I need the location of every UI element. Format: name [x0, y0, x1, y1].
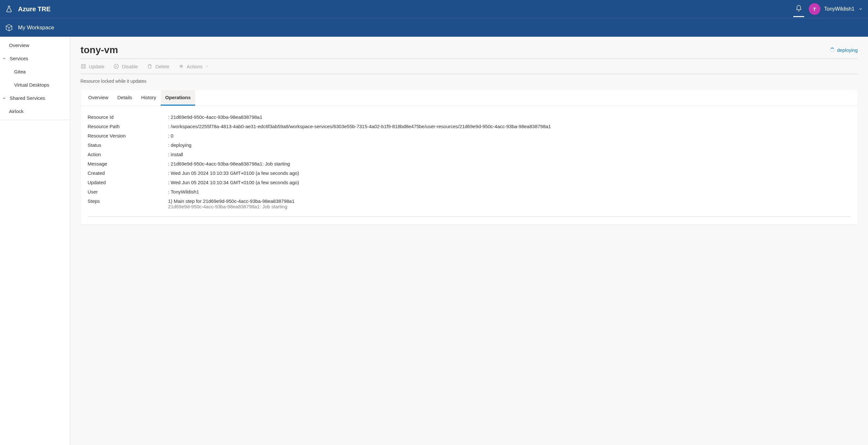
actions-button[interactable]: Actions	[178, 63, 209, 69]
sidebar-services-label: Services	[10, 56, 28, 61]
tab-history[interactable]: History	[136, 90, 161, 106]
header-sub: My Workspace	[0, 18, 868, 37]
product-name: Azure TRE	[18, 5, 51, 13]
tabs: Overview Details History Operations	[81, 90, 858, 106]
value-status: deploying	[168, 142, 192, 148]
asterisk-icon	[178, 63, 184, 69]
value-steps-main: 1) Main step for 21d69e9d-950c-4acc-93ba…	[168, 198, 850, 204]
panel: Overview Details History Operations Reso…	[81, 90, 858, 225]
label-message: Message	[88, 161, 168, 167]
label-status: Status	[88, 142, 168, 148]
row-message: Message 21d69e9d-950c-4acc-93ba-98ea8387…	[88, 159, 850, 169]
update-button[interactable]: Update	[81, 63, 104, 69]
row-status: Status deploying	[88, 140, 850, 150]
tab-overview[interactable]: Overview	[84, 90, 113, 106]
avatar: T	[809, 3, 820, 15]
value-action: install	[168, 152, 183, 157]
operations-divider	[88, 216, 850, 217]
row-updated: Updated Wed Jun 05 2024 10:10:34 GMT+010…	[88, 178, 850, 187]
delete-button[interactable]: Delete	[147, 63, 169, 69]
row-resource-version: Resource Version 0	[88, 131, 850, 140]
save-icon	[81, 63, 86, 69]
row-resource-path: Resource Path /workspaces/2255f78a-4813-…	[88, 122, 850, 131]
sidebar-item-airlock[interactable]: Airlock	[0, 105, 70, 118]
label-resource-path: Resource Path	[88, 124, 168, 129]
value-created: Wed Jun 05 2024 10:10:33 GMT+0100 (a few…	[168, 170, 299, 176]
chevron-down-icon	[858, 7, 863, 11]
sidebar-group-services[interactable]: Services	[0, 52, 70, 65]
value-steps-sub: 21d69e9d-950c-4acc-93ba-98ea838798a1: Jo…	[168, 204, 850, 209]
row-steps: Steps 1) Main step for 21d69e9d-950c-4ac…	[88, 197, 850, 211]
sidebar-group-shared-services[interactable]: Shared Services	[0, 91, 70, 105]
cube-icon	[5, 24, 13, 32]
sidebar-item-overview[interactable]: Overview	[0, 39, 70, 52]
status-chip-text: deploying	[837, 47, 858, 53]
label-resource-version: Resource Version	[88, 133, 168, 139]
actions-label: Actions	[187, 64, 203, 69]
tab-operations[interactable]: Operations	[161, 90, 195, 106]
user-menu[interactable]: T TonyWildish1	[809, 3, 863, 15]
row-created: Created Wed Jun 05 2024 10:10:33 GMT+010…	[88, 169, 850, 178]
header-right: T TonyWildish1	[795, 3, 863, 15]
label-updated: Updated	[88, 180, 168, 185]
value-message: 21d69e9d-950c-4acc-93ba-98ea838798a1: Jo…	[168, 161, 290, 167]
value-resource-path: /workspaces/2255f78a-4813-4ab0-ae31-edc6…	[168, 124, 551, 129]
value-updated: Wed Jun 05 2024 10:10:34 GMT+0100 (a few…	[168, 180, 299, 185]
main-content: tony-vm deploying Update Disable	[70, 37, 868, 445]
notifications-button[interactable]	[795, 5, 802, 13]
trash-icon	[147, 63, 153, 69]
svg-rect-0	[82, 64, 85, 68]
row-user: User TonyWildish1	[88, 187, 850, 197]
label-steps: Steps	[88, 198, 168, 204]
label-user: User	[88, 189, 168, 195]
delete-label: Delete	[155, 64, 169, 69]
tab-details[interactable]: Details	[113, 90, 137, 106]
disable-button[interactable]: Disable	[113, 63, 138, 69]
disable-label: Disable	[122, 64, 138, 69]
username: TonyWildish1	[824, 6, 855, 12]
svg-point-1	[114, 64, 119, 68]
chevron-up-icon	[2, 56, 6, 61]
row-action: Action install	[88, 150, 850, 159]
chevron-down-icon	[2, 96, 6, 100]
label-action: Action	[88, 152, 168, 157]
page-title: tony-vm	[81, 44, 118, 55]
chevron-down-icon	[205, 64, 209, 68]
operation-details: Resource Id 21d69e9d-950c-4acc-93ba-98ea…	[81, 106, 858, 225]
logo-area: Azure TRE	[5, 5, 51, 13]
title-row: tony-vm deploying	[81, 44, 858, 59]
spinner-icon	[830, 48, 835, 52]
value-user: TonyWildish1	[168, 189, 199, 195]
bell-icon	[795, 5, 802, 12]
update-label: Update	[89, 64, 104, 69]
flask-icon	[5, 5, 13, 13]
status-chip: deploying	[830, 47, 858, 53]
sidebar: Overview Services Gitea Virtual Desktops…	[0, 37, 70, 445]
sidebar-shared-label: Shared Services	[10, 95, 45, 101]
sidebar-item-virtual-desktops[interactable]: Virtual Desktops	[0, 78, 70, 91]
pause-icon	[113, 63, 119, 69]
sidebar-item-gitea[interactable]: Gitea	[0, 65, 70, 78]
sidebar-divider	[0, 120, 70, 120]
value-resource-version: 0	[168, 133, 174, 139]
label-resource-id: Resource Id	[88, 114, 168, 120]
label-created: Created	[88, 170, 168, 176]
toolbar: Update Disable Delete Actions	[81, 59, 858, 74]
row-resource-id: Resource Id 21d69e9d-950c-4acc-93ba-98ea…	[88, 112, 850, 122]
header-top: Azure TRE T TonyWildish1	[0, 0, 868, 18]
value-resource-id: 21d69e9d-950c-4acc-93ba-98ea838798a1	[168, 114, 262, 120]
lock-message: Resource locked while it updates	[81, 74, 858, 90]
breadcrumb[interactable]: My Workspace	[18, 25, 54, 31]
